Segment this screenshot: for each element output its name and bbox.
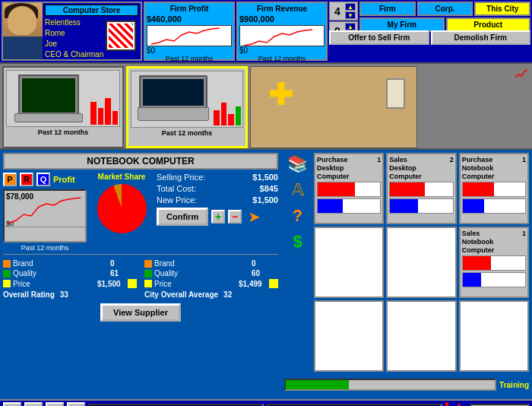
card-6-bar <box>462 255 526 271</box>
selling-price-label: Selling Price: <box>157 173 249 182</box>
signal-icon <box>451 403 467 406</box>
prq-r-btn[interactable]: R <box>20 173 33 186</box>
firm-profit-chart <box>147 25 232 46</box>
pricing-box: Selling Price: $1,500 Total Cost: $845 N… <box>157 173 278 252</box>
card-6-title: SalesNotebookComputer <box>462 230 495 254</box>
card-1-num: 1 <box>377 156 381 163</box>
new-price-row: New Price: $1,500 <box>157 195 278 205</box>
card-3-bar2 <box>462 198 526 214</box>
confirm-row: Confirm + − ➤ <box>157 208 278 226</box>
selling-price-value: $1,500 <box>252 173 278 182</box>
new-price-label: New Price: <box>157 195 249 205</box>
card-purchase-desktop[interactable]: Purchase DesktopComputer 1 <box>314 153 384 224</box>
product-row: Past 12 months Past 12 months <box>0 62 532 150</box>
card-6-bar2 <box>462 272 526 287</box>
offer-sell-btn[interactable]: Offer to Sell Firm <box>329 30 429 45</box>
stat-brand-2: Brand 0 <box>144 259 278 268</box>
stats-row: Brand 0 Quality 61 Price $1,500 Overall … <box>3 259 278 299</box>
desktop-image <box>6 70 120 127</box>
card-2-bar2 <box>389 198 453 214</box>
card-2-title: SalesDesktopComputer <box>389 156 422 180</box>
prq-q-btn[interactable]: Q <box>36 173 50 186</box>
quality-dot-1 <box>3 270 11 278</box>
total-cost-row: Total Cost: $845 <box>157 184 278 193</box>
company-logo <box>106 21 136 51</box>
brand-dot-1 <box>3 260 11 268</box>
top-bar: Computer Store Relentless Rome Joe CEO &… <box>0 0 532 62</box>
firm-num-1-up[interactable]: ▲ <box>345 3 356 11</box>
firm-num-1-down[interactable]: ▼ <box>345 11 356 19</box>
metrics-section: P R Q Profit $78,000 $0 Past 12 months <box>3 173 278 252</box>
left-panel: NOTEBOOK COMPUTER P R Q Profit $78,000 $… <box>0 150 281 399</box>
arrow-cursor-icon: ➤ <box>248 208 261 226</box>
price-minus-btn[interactable]: − <box>228 210 242 224</box>
prq-profit-section: P R Q Profit $78,000 $0 Past 12 months <box>3 173 87 252</box>
firm-profit-label: Firm Profit <box>147 5 232 13</box>
desktop-label: Past 12 months <box>6 128 120 136</box>
card-1-bar <box>317 182 381 197</box>
stat-price-1: Price $1,500 <box>3 279 137 288</box>
product-notebook-card[interactable]: Past 12 months <box>126 66 248 148</box>
firm-profit-zero: $0 <box>147 46 232 55</box>
stat-brand-1: Brand 0 <box>3 259 137 268</box>
card-sales-notebook[interactable]: SalesNotebookComputer 1 <box>459 227 529 298</box>
firm-profit-section: Firm Profit $460,000 $0 Past 12 months <box>144 2 235 61</box>
card-3-title: PurchaseNotebookComputer <box>462 156 495 180</box>
prq-row: P R Q Profit <box>3 173 87 186</box>
demolish-firm-btn[interactable]: Demolish Firm <box>431 30 531 45</box>
card-empty-4[interactable] <box>386 300 456 372</box>
card-empty-5[interactable] <box>459 300 529 372</box>
trend-icon <box>514 67 529 81</box>
total-cost-label: Total Cost: <box>157 184 257 193</box>
price-indicator-2 <box>269 279 278 288</box>
market-share-box: Market Share <box>91 173 152 252</box>
card-2-bar <box>389 182 453 197</box>
divider <box>3 254 278 255</box>
tab-this-city[interactable]: This City <box>474 2 530 16</box>
nav-icon-1[interactable]: ⚑ <box>3 402 21 406</box>
firm-profit-value: $460,000 <box>147 14 232 24</box>
notebook-image <box>131 71 243 128</box>
firm-num-2-up[interactable]: ▲ <box>345 23 356 30</box>
card-empty-2[interactable] <box>386 227 456 298</box>
selling-price-row: Selling Price: $1,500 <box>157 173 278 182</box>
nav-icon-3[interactable]: i <box>46 402 64 406</box>
training-label: Training <box>499 381 529 389</box>
total-cost-value: $845 <box>260 184 278 193</box>
product-desktop-card[interactable]: Past 12 months <box>2 66 124 148</box>
card-3-num: 1 <box>522 156 526 163</box>
firm-controls: 4 ▲ ▼ 9 ▲ ▼ Firm Corp. <box>329 2 530 29</box>
letter-a-icon[interactable]: 𝔸 <box>287 179 309 201</box>
training-fill <box>286 380 349 389</box>
brand-dot-2 <box>144 260 152 268</box>
market-share-circle <box>97 184 147 233</box>
firm-num-1: 4 <box>331 5 344 17</box>
view-supplier-button[interactable]: View Supplier <box>100 303 181 322</box>
card-empty-1[interactable] <box>314 227 384 298</box>
prq-p-btn[interactable]: P <box>3 173 17 186</box>
nav-back-btn[interactable]: ◀ <box>67 402 85 406</box>
price-plus-btn[interactable]: + <box>211 210 225 224</box>
question-icon[interactable]: ? <box>287 205 309 227</box>
cards-grid: Purchase DesktopComputer 1 SalesDesktopC… <box>314 153 529 372</box>
books-icon[interactable]: 📚 <box>287 153 309 176</box>
price-dot-1 <box>3 280 11 287</box>
card-purchase-notebook[interactable]: PurchaseNotebookComputer 1 <box>459 153 529 224</box>
nav-icon-2[interactable]: ⊞ <box>24 402 43 406</box>
stat-quality-1: Quality 61 <box>3 269 137 278</box>
dollar-icon[interactable]: $ <box>287 230 309 253</box>
tab-corp[interactable]: Corp. <box>417 2 473 16</box>
firm-revenue-chart <box>239 25 325 46</box>
confirm-button[interactable]: Confirm <box>157 208 208 226</box>
right-panel-main: 📚 𝔸 ? $ Purchase DesktopComputer 1 <box>281 150 532 399</box>
avatar <box>3 3 43 59</box>
profit-chart: $78,000 $0 <box>3 189 87 243</box>
firm-revenue-label: Firm Revenue <box>239 5 325 13</box>
card-1-bar2 <box>317 198 381 214</box>
quality-dot-2 <box>144 270 152 278</box>
card-sales-desktop[interactable]: SalesDesktopComputer 2 <box>386 153 456 224</box>
card-empty-3[interactable] <box>314 300 384 372</box>
tab-firm[interactable]: Firm <box>359 2 416 16</box>
training-bar <box>284 379 496 391</box>
training-row: Training <box>284 373 529 396</box>
